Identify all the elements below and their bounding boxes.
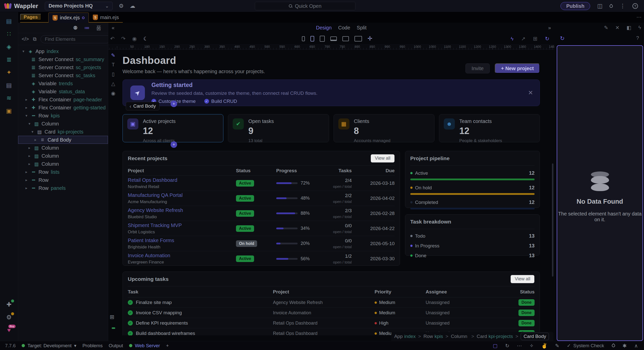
tree-item[interactable]: ▾ Column — [18, 120, 108, 128]
output-button[interactable]: Output — [109, 343, 123, 348]
components-icon[interactable]: ▣ — [4, 105, 15, 116]
collapse-left-icon[interactable]: « — [112, 25, 114, 31]
sparkles-icon[interactable]: ✧ — [530, 343, 534, 349]
project-row[interactable]: Invoice Automation Evergreen Finance Act… — [128, 251, 395, 266]
refresh-icon[interactable]: ↻ — [545, 36, 549, 42]
droplet-icon[interactable] — [612, 343, 615, 348]
chevron-up-icon[interactable]: ∧ — [634, 343, 638, 349]
tree-map-icon[interactable]: 품 — [96, 24, 101, 31]
preferences-gear-icon[interactable]: ⚙ — [4, 312, 15, 323]
breadcrumb-segment[interactable]: Appindex > — [394, 334, 423, 339]
project-row[interactable]: Retail Ops Dashboard Northwind Retail Ac… — [128, 176, 395, 191]
tree-item[interactable]: Server Connect sc_summary — [18, 55, 108, 63]
tree-chevron-icon[interactable]: ▾ — [24, 113, 28, 118]
tree-item[interactable]: ▸ Column — [18, 160, 108, 168]
view-all-button[interactable]: View all — [510, 275, 535, 283]
share-icon[interactable]: ↗ — [521, 36, 526, 42]
styles-icon[interactable]: ◈ — [4, 41, 15, 52]
tree-chevron-icon[interactable]: ▾ — [21, 49, 25, 54]
close-icon[interactable]: ✕ — [528, 89, 533, 96]
undo-icon[interactable]: ↶ — [110, 36, 115, 42]
breadcrumb-segment[interactable]: Rowkpis > — [423, 334, 451, 339]
insert-before-button[interactable]: + — [171, 101, 177, 107]
project-row[interactable]: Patient Intake Forms Brightside Health O… — [128, 236, 395, 251]
cloud-sync-icon[interactable]: ☁ — [130, 3, 135, 9]
kpi-card[interactable]: ☻ Team contacts 12 People & stakeholders — [439, 114, 540, 142]
tree-item[interactable]: ▸ Column — [18, 144, 108, 152]
tree-chevron-icon[interactable]: ▸ — [33, 138, 37, 142]
new-project-button[interactable]: + New project — [495, 63, 540, 73]
problems-button[interactable]: Problems — [83, 343, 103, 348]
kpi-card[interactable]: ▦ Clients 8 Accounts managed — [334, 114, 434, 142]
tree-item[interactable]: Variable trends — [18, 79, 108, 88]
stop-icon[interactable]: ▢ — [493, 343, 498, 349]
help-icon[interactable]: ? — [632, 3, 638, 9]
kpi-card[interactable]: ✔ Open tasks 9 13 total — [228, 114, 329, 142]
web-server-button[interactable]: Web Server — [129, 343, 160, 348]
expand-right-icon[interactable]: » — [548, 25, 551, 31]
find-elements-input[interactable] — [41, 35, 111, 43]
workflow-icon[interactable]: ∷ — [4, 28, 15, 39]
tree-item[interactable]: ▸ Row panels — [18, 184, 108, 192]
quick-open-button[interactable]: Quick Open — [255, 2, 355, 10]
tab-main-ejs[interactable]: 5 main.ejs — [89, 13, 123, 22]
breadcrumb-segment[interactable]: Card Body > — [521, 333, 550, 340]
refresh-data-icon[interactable]: ↻ — [560, 35, 565, 42]
notes-icon[interactable]: ▤ — [4, 80, 15, 91]
tab-overflow-icon[interactable]: ⋯ — [636, 14, 641, 20]
breadcrumb-segment[interactable]: Column > — [451, 334, 477, 339]
pages-icon[interactable]: ▤ — [4, 16, 15, 27]
text-tool-icon[interactable]: T — [112, 62, 115, 68]
grid-view-icon[interactable]: ⊞ — [533, 36, 538, 42]
restart-icon[interactable]: ↻ — [505, 343, 509, 349]
project-row[interactable]: Manufacturing QA Portal Acme Manufacturi… — [128, 191, 395, 206]
layers-icon[interactable]: ≋ — [4, 93, 15, 104]
project-link[interactable]: Patient Intake Forms — [128, 238, 236, 243]
panel-layout-icon[interactable]: ◧ — [627, 25, 631, 31]
edit-pencil-icon[interactable]: ✎ — [604, 25, 608, 31]
project-link[interactable]: Shipment Tracking MVP — [128, 223, 236, 228]
system-check-button[interactable]: ✓ System Check — [567, 343, 604, 348]
project-row[interactable]: Agency Website Refresh Bluebird Studio A… — [128, 206, 395, 221]
delete-icon[interactable]: ✕ — [615, 25, 620, 31]
tree-item[interactable]: ▸ Card Body — [18, 136, 108, 144]
canvas-scrollbar[interactable] — [552, 163, 553, 277]
tree-item[interactable]: ▸ Row lists — [18, 168, 108, 176]
mode-design[interactable]: Design — [316, 25, 332, 31]
dynamic-lightning-icon[interactable]: ϟ — [638, 25, 641, 31]
project-link[interactable]: Manufacturing QA Portal — [128, 192, 236, 198]
kpi-card[interactable]: ▣ Active projects 12 Across all clients — [123, 114, 223, 142]
device-phone-large-icon[interactable] — [310, 36, 314, 41]
more-dots-icon[interactable]: ⋯ — [517, 343, 522, 349]
grid-toggle-icon[interactable]: ⊞ — [110, 314, 114, 320]
visibility-eye-icon[interactable]: ◉ — [111, 90, 115, 96]
tab-index-ejs[interactable]: 5 index.ejs — [48, 13, 89, 23]
tree-item[interactable]: ▾ Row kpis — [18, 112, 108, 120]
device-phone-icon[interactable] — [302, 36, 305, 41]
task-row[interactable]: ✓ Invoice CSV mapping Invoice Automation… — [128, 308, 535, 318]
routes-icon[interactable]: ✦ — [4, 67, 15, 78]
project-link[interactable]: Invoice Automation — [128, 253, 236, 258]
settings-gear-icon[interactable]: ⚙ — [119, 3, 124, 9]
view-all-button[interactable]: View all — [371, 154, 395, 163]
redo-icon[interactable]: ↷ — [121, 36, 126, 42]
screenshot-camera-icon[interactable]: ◉ — [132, 36, 137, 42]
kebab-menu-icon[interactable]: ⋮ — [620, 3, 625, 9]
device-tablet-icon[interactable] — [320, 36, 325, 42]
pages-button[interactable]: Pages — [20, 14, 41, 20]
project-link[interactable]: Agency Website Refresh — [128, 207, 236, 213]
tree-item[interactable]: Variable status_data — [18, 88, 108, 96]
edit-pencil-icon[interactable]: ✎ — [111, 52, 115, 58]
bug-icon[interactable]: ✱ — [623, 343, 627, 349]
dynamic-data-icon[interactable]: ϟ — [511, 36, 513, 42]
task-row[interactable]: ✓ Finalize site map Agency Website Refre… — [128, 297, 535, 308]
tree-chevron-icon[interactable]: ▸ — [24, 186, 28, 190]
tree-item[interactable]: Server Connect sc_projects — [18, 63, 108, 71]
feedback-icon[interactable]: ✌ — [541, 343, 547, 349]
publish-button[interactable]: Publish — [560, 2, 590, 10]
target-selector[interactable]: Target: Development ▾ — [22, 343, 76, 348]
add-panel-icon[interactable]: + — [166, 343, 169, 348]
tree-chevron-icon[interactable]: ▸ — [27, 154, 31, 158]
tree-chevron-icon[interactable]: ▸ — [27, 162, 31, 166]
tree-item[interactable]: ▸ Flex Container page-header — [18, 96, 108, 104]
